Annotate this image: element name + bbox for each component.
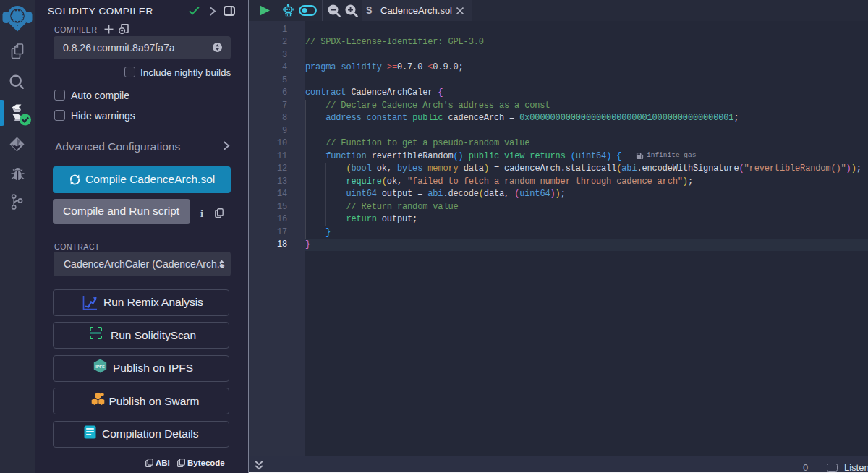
svg-text:IPFS: IPFS xyxy=(95,365,105,369)
